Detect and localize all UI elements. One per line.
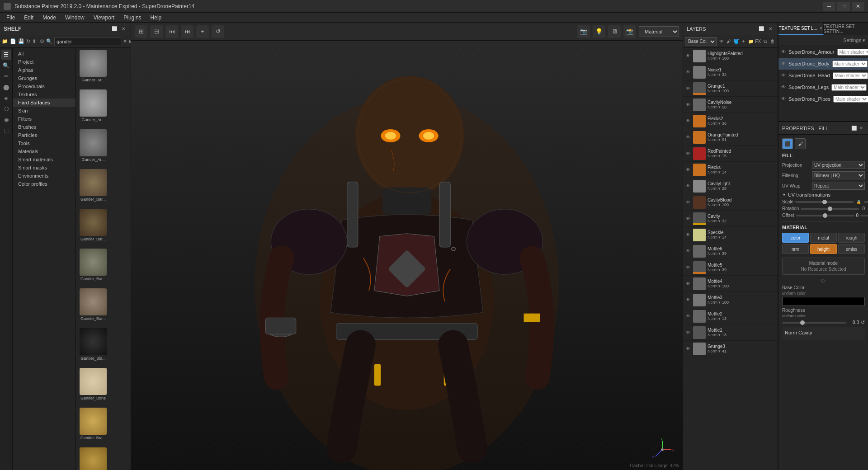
list-item[interactable]: Gander_Ar... [78,50,108,89]
table-row[interactable]: 👁 Mottle1 Norm ▾ 13 [683,324,778,341]
ts-shader-select[interactable]: Main shader [831,84,867,91]
prop-scale-slider[interactable] [795,201,854,203]
material-mode-select[interactable]: Material PBR Wireframe [639,26,679,37]
prop-fill-icon[interactable]: ⬛ [782,138,793,149]
prop-projection-select[interactable]: UV projection Planar [812,161,865,169]
mat-btn-height[interactable]: height [810,244,837,254]
shelf-nav-skin[interactable]: Skin [13,107,75,115]
ts-item-pipes[interactable]: 👁 SuperDrone_Pipes Main shader [778,93,868,105]
menu-plugins[interactable]: Plugins [119,14,146,22]
shelf-nav-brushes[interactable]: Brushes [13,123,75,131]
layer-add-fill-icon[interactable]: 🪣 [733,38,739,45]
shelf-nav-smart-masks[interactable]: Smart masks [13,164,75,172]
layer-vis-icon[interactable]: 👁 [685,53,691,59]
layers-expand-button[interactable]: ⬜ [758,25,765,33]
base-color-swatch[interactable] [782,297,865,306]
viewport-light-icon[interactable]: 💡 [593,25,605,38]
shelf-nav-grunges[interactable]: Grunges [13,74,75,82]
shelf-search-icon[interactable]: 🔍 [46,37,52,46]
ts-shader-select[interactable]: Main shader [837,49,868,56]
left-icon-tool1[interactable]: ✏ [1,71,11,81]
ts-shader-select[interactable]: Main shader [832,61,868,67]
prop-close-button[interactable]: ✕ [858,125,865,132]
table-row[interactable]: 👁 OrangePainted Norm ▾ 91 [683,129,778,146]
prop-rotation-slider[interactable] [801,208,859,210]
ts-item-body[interactable]: 👁 SuperDrone_Body Main shader [778,58,868,70]
shelf-nav-particles[interactable]: Particles [13,131,75,139]
shelf-nav-textures[interactable]: Textures [13,90,75,99]
ts-vis-icon[interactable]: 👁 [781,96,786,102]
roughness-slider[interactable] [782,322,846,324]
layer-vis-icon[interactable]: 👁 [685,248,691,254]
layer-vis-icon[interactable]: 👁 [685,167,691,173]
layer-mode-select[interactable]: Base Col... Norm Rough [685,37,717,46]
table-row[interactable]: 👁 Mottle4 Norm ▾ 100 [683,276,778,292]
layer-instance-icon[interactable]: ⧉ [762,38,769,45]
layer-vis-icon[interactable]: 👁 [685,264,691,271]
ts-vis-icon[interactable]: 👁 [781,73,786,78]
table-row[interactable]: 👁 CavityBlood Norm ▾ 100 [683,194,778,211]
ts-shader-select[interactable]: Main shader [833,72,868,79]
left-icon-tool6[interactable]: ⬚ [1,126,11,136]
layer-visibility-icon[interactable]: 👁 [718,38,725,45]
layer-vis-icon[interactable]: 👁 [685,232,691,238]
table-row[interactable]: 👁 Grunge3 Norm ▾ 41 [683,341,778,357]
list-item[interactable]: Gander_Bone [78,368,108,407]
layer-add-icon[interactable]: + [740,38,746,45]
table-row[interactable]: 👁 Mottle5 Norm ▾ 39 [683,259,778,276]
minimize-button[interactable]: ─ [823,2,835,11]
layer-vis-icon[interactable]: 👁 [685,69,691,75]
shelf-import-icon[interactable]: ⬆ [32,37,36,46]
menu-help[interactable]: Help [146,14,166,22]
mat-btn-emiss[interactable]: emiss [838,244,865,254]
menu-viewport[interactable]: Viewport [89,14,119,22]
list-item[interactable]: Gander_Ar... [78,89,108,128]
menu-edit[interactable]: Edit [19,14,38,22]
ts-vis-icon[interactable]: 👁 [781,85,786,90]
roughness-reset-icon[interactable]: ↺ [861,320,865,325]
ts-vis-icon[interactable]: 👁 [781,61,786,66]
layer-vis-icon[interactable]: 👁 [685,346,691,352]
layer-add-paint-icon[interactable]: 🖌 [726,38,732,45]
shelf-nav-tools[interactable]: Tools [13,139,75,147]
viewport-tool-layout[interactable]: ⊟ [150,25,163,38]
prop-scale-slider-y[interactable] [864,201,868,203]
table-row[interactable]: 👁 Flecks2 Norm ▾ 36 [683,113,778,129]
shelf-new-icon[interactable]: 📄 [10,37,16,46]
layer-vis-icon[interactable]: 👁 [685,134,691,141]
shelf-nav-smart-materials[interactable]: Smart materials [13,155,75,164]
viewport-tool-prev[interactable]: ⏮ [165,25,178,38]
list-item[interactable]: Gander_Bra... [78,408,108,446]
ts-tab-close-icon[interactable]: ✕ [819,26,823,31]
left-icon-tool2[interactable]: ⬤ [1,82,11,92]
table-row[interactable]: 👁 Noise1 Norm ▾ 34 [683,64,778,80]
shelf-nav-project[interactable]: Project [13,58,75,66]
shelf-nav-environments[interactable]: Environments [13,172,75,180]
prop-offset-slider-x[interactable] [796,215,854,216]
left-icon-tool5[interactable]: ◉ [1,115,11,125]
shelf-nav-all[interactable]: All [13,50,75,58]
layer-vis-icon[interactable]: 👁 [685,102,691,108]
layer-add-folder-icon[interactable]: 📁 [748,38,754,45]
list-item[interactable]: Gander_Bar... [78,169,108,208]
shelf-search-input[interactable] [54,37,121,46]
layer-fx-icon[interactable]: FX [755,38,761,45]
layers-close-button[interactable]: ✕ [767,25,774,33]
mat-btn-metal[interactable]: metal [810,233,837,243]
shelf-nav-materials[interactable]: Materials [13,147,75,155]
tab-texture-set-settings[interactable]: TEXTURE SET SETTIN... [824,23,868,35]
prop-filtering-select[interactable]: Bilinear | HQ Nearest [812,171,865,179]
mat-btn-rough[interactable]: rough [838,233,865,243]
ts-item-armour[interactable]: 👁 SuperDrone_Armour Main shader [778,46,868,58]
shelf-expand-button[interactable]: ⬜ [111,25,118,33]
ts-item-head[interactable]: 👁 SuperDrone_Head Main shader [778,70,868,81]
list-item[interactable]: Gander_Bra... [78,447,108,470]
shelf-nav-color-profiles[interactable]: Color profiles [13,180,75,188]
shelf-folder-icon[interactable]: 📁 [2,37,8,46]
shelf-nav-alphas[interactable]: Alphas [13,66,75,74]
list-item[interactable]: Gander_Bar... [78,249,108,287]
table-row[interactable]: 👁 Speckle Norm ▾ 14 [683,227,778,243]
layer-vis-icon[interactable]: 👁 [685,297,691,303]
viewport-tool-grid[interactable]: ⊞ [135,25,147,38]
left-icon-search[interactable]: 🔍 [1,61,11,70]
